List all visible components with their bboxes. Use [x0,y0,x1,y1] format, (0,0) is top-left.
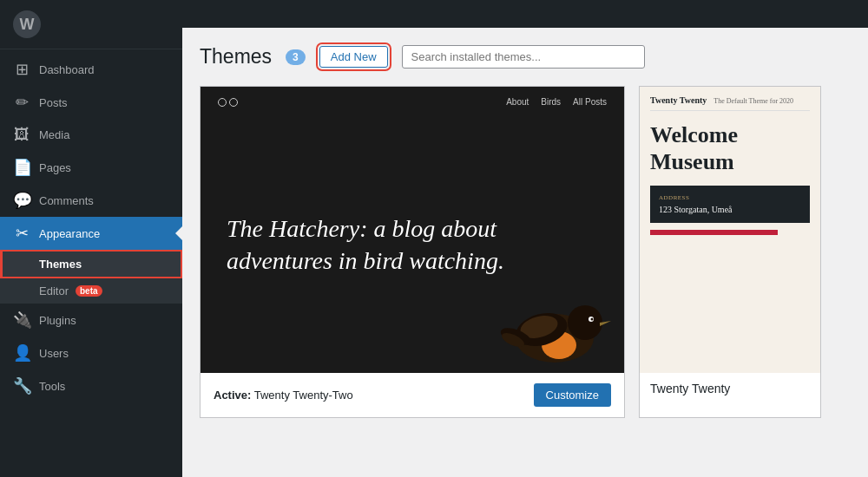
sidebar-label-comments: Comments [39,194,94,207]
sidebar-item-editor[interactable]: Editor beta [0,278,182,304]
sidebar-label-posts: Posts [39,96,68,109]
themes-grid: About Birds All Posts The Hatchery: a bl… [200,86,851,418]
theme-nav-links: About Birds All Posts [506,97,607,107]
posts-icon: ✏ [13,93,30,112]
sidebar-item-themes[interactable]: Themes [0,250,182,278]
svg-point-4 [568,305,602,340]
nav-link-all-posts: All Posts [573,97,607,107]
sidebar-label-tools: Tools [39,380,65,393]
twenty-twenty-preview: Twenty Twenty The Default Theme for 2020… [640,87,820,373]
page-header: Themes 3 Add New [200,45,851,69]
sidebar-item-media[interactable]: 🖼 Media [0,119,182,151]
theme-logo-icon [218,98,238,107]
tt-address-text: 123 Storgatan, Umeå [659,205,801,214]
theme-active-footer: Active: Twenty Twenty-Two Customize [201,373,624,417]
tt-address-box: ADDRESS 123 Storgatan, Umeå [650,186,810,223]
customize-button[interactable]: Customize [534,383,611,407]
tt-red-bar [650,230,778,235]
twenty-twenty-name: Twenty Twenty [650,382,810,395]
sidebar-item-dashboard[interactable]: ⊞ Dashboard [0,53,182,86]
users-icon: 👤 [13,343,30,363]
themes-submenu-label: Themes [39,258,82,271]
comments-icon: 💬 [13,191,30,210]
page-title: Themes [200,45,272,69]
sidebar-item-comments[interactable]: 💬 Comments [0,184,182,217]
editor-submenu-label: Editor [39,284,69,297]
sidebar-item-plugins[interactable]: 🔌 Plugins [0,304,182,337]
tt-address-label: ADDRESS [659,194,801,201]
sidebar-label-plugins: Plugins [39,314,76,327]
sidebar-label-media: Media [39,128,69,141]
twenty-twenty-footer: Twenty Twenty [640,373,820,404]
dashboard-icon: ⊞ [13,60,30,79]
theme-count-badge: 3 [286,49,306,65]
bird-illustration [494,278,615,373]
sidebar: W ⊞ Dashboard ✏ Posts 🖼 Media 📄 Pages 💬 … [0,0,182,477]
plugins-icon: 🔌 [13,310,30,330]
theme-preview-content: The Hatchery: a blog about adventures in… [201,117,624,373]
content-area: Themes 3 Add New About [182,28,868,477]
sidebar-arrow-icon [175,226,182,240]
sidebar-label-users: Users [39,347,69,360]
active-theme-card: About Birds All Posts The Hatchery: a bl… [200,86,625,418]
tt-theme-name-small: Twenty Twenty [650,95,707,105]
appearance-submenu: Themes Editor beta [0,250,182,304]
search-input[interactable] [402,45,645,69]
media-icon: 🖼 [13,126,30,144]
svg-point-6 [591,318,594,321]
tt-theme-subtitle: The Default Theme for 2020 [713,97,793,105]
beta-badge: beta [76,285,102,297]
appearance-icon: ✂ [13,224,30,243]
sidebar-item-tools[interactable]: 🔧 Tools [0,369,182,402]
twenty-twenty-theme-card: Twenty Twenty The Default Theme for 2020… [639,86,821,418]
admin-top-bar [182,0,868,28]
tools-icon: 🔧 [13,376,30,395]
sidebar-logo: W [0,0,182,49]
main-content: Themes 3 Add New About [182,0,868,477]
active-theme-preview: About Birds All Posts The Hatchery: a bl… [201,87,624,373]
wordpress-logo-icon: W [13,10,41,38]
nav-link-about: About [506,97,529,107]
sidebar-item-pages[interactable]: 📄 Pages [0,151,182,184]
tt-header: Twenty Twenty The Default Theme for 2020 [650,95,810,111]
add-new-button[interactable]: Add New [319,46,388,68]
nav-link-birds: Birds [541,97,561,107]
theme-heading: The Hatchery: a blog about adventures in… [227,213,504,277]
sidebar-item-posts[interactable]: ✏ Posts [0,86,182,119]
sidebar-label-appearance: Appearance [39,227,100,240]
sidebar-item-appearance[interactable]: ✂ Appearance [0,217,182,250]
tt-welcome-text: Welcome Museum [650,121,810,175]
sidebar-label-pages: Pages [39,161,71,174]
sidebar-item-users[interactable]: 👤 Users [0,337,182,369]
pages-icon: 📄 [13,158,30,177]
theme-preview-nav: About Birds All Posts [201,87,624,117]
sidebar-label-dashboard: Dashboard [39,63,95,76]
tt-preview-inner: Twenty Twenty The Default Theme for 2020… [640,87,820,244]
active-theme-label: Active: Twenty Twenty-Two [214,389,353,402]
